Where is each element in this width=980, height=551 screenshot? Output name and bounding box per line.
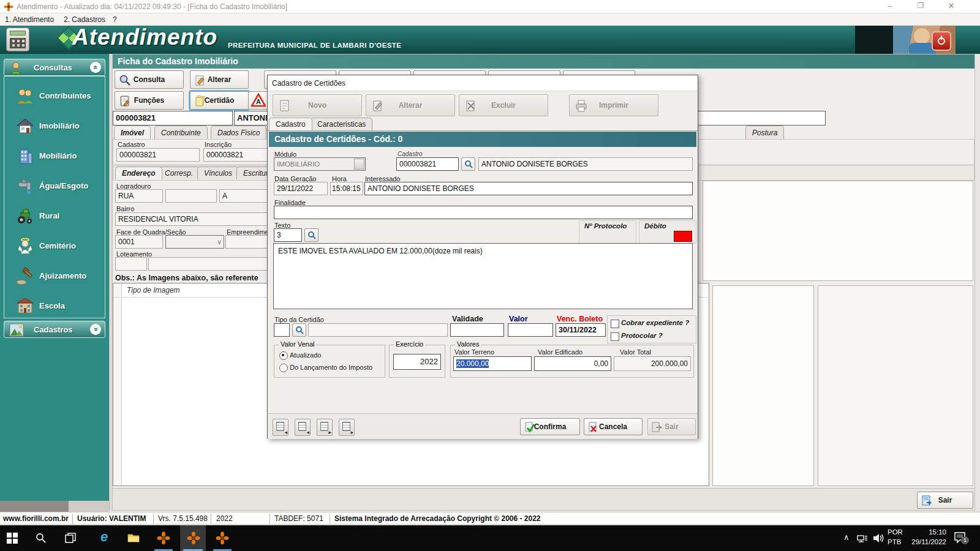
cadastro-field[interactable]: 000003821 xyxy=(116,148,200,162)
exercicio-field[interactable]: 2022 xyxy=(393,354,441,370)
sidebar-item-agua-esgoto[interactable]: Água/Esgoto xyxy=(6,173,103,200)
tab-contribuinte[interactable]: Contribuinte xyxy=(154,126,208,139)
consulta-button[interactable]: Consulta xyxy=(115,70,184,89)
nav-first-button[interactable]: ◂ xyxy=(273,419,288,436)
valor-terreno-field[interactable]: 20.000,00 xyxy=(453,356,532,371)
close-button[interactable]: ✕ xyxy=(942,1,960,10)
sidebar-item-imobiliario[interactable]: Imobiliário xyxy=(6,113,103,140)
subtab-vinculos[interactable]: Vínculos xyxy=(197,167,239,179)
cobrar-expediente-checkbox[interactable] xyxy=(611,320,619,328)
modulo-combo-button[interactable] xyxy=(354,159,364,170)
task-view-icon[interactable] xyxy=(63,531,78,545)
validade-field[interactable] xyxy=(450,323,504,337)
hora-field[interactable]: 15:08:15 xyxy=(330,182,363,195)
sidebar-item-contribuintes[interactable]: Contribuintes xyxy=(6,83,103,110)
secao-combo[interactable]: ∨ xyxy=(165,235,224,249)
cadastro-search-button[interactable] xyxy=(461,157,475,171)
start-button[interactable] xyxy=(5,531,20,545)
dialog-titlebar[interactable]: Cadastro de Certidões xyxy=(268,75,698,91)
tractor-icon xyxy=(16,207,34,225)
certidao-button[interactable]: Certidão xyxy=(190,91,249,110)
confirma-button[interactable]: Confirma xyxy=(520,418,580,435)
fiorilli-app-icon-3[interactable] xyxy=(215,531,230,545)
tab-imovel[interactable]: Imóvel xyxy=(114,126,151,139)
menu-help[interactable]: ? xyxy=(113,15,117,24)
internet-explorer-icon[interactable]: e xyxy=(97,530,111,544)
chevron-down-icon[interactable]: « xyxy=(90,324,101,335)
logradouro-tipo-field[interactable]: RUA xyxy=(115,189,163,203)
taskbar-search-icon[interactable] xyxy=(34,531,48,545)
chevron-down-icon[interactable]: ∨ xyxy=(217,237,222,247)
valor-field[interactable] xyxy=(508,323,553,337)
lancamento-radio[interactable] xyxy=(279,364,288,372)
texto-codigo-field[interactable]: 3 xyxy=(274,228,302,242)
tipo-certidao-code-field[interactable] xyxy=(274,323,290,337)
subtab-endereco[interactable]: Endereço xyxy=(115,167,162,179)
consultas-icon xyxy=(9,61,24,75)
sidebar-item-escola[interactable]: Escola xyxy=(6,293,103,320)
restore-button[interactable]: ❐ xyxy=(911,1,930,10)
tray-chevron-icon[interactable]: ∧ xyxy=(843,533,850,542)
sair-button[interactable]: Sair xyxy=(917,492,973,509)
face-quadra-field[interactable]: 0001 xyxy=(115,235,163,249)
tab-postura[interactable]: Postura xyxy=(745,126,784,139)
certidao-text-area[interactable]: ESTE IMOVEL ESTA AVALIADO EM 12.000,00(d… xyxy=(273,243,693,309)
clock-date[interactable]: 29/11/2022 xyxy=(903,538,946,545)
valor-edificado-field[interactable]: 0,00 xyxy=(534,356,611,371)
protocolar-checkbox[interactable] xyxy=(611,332,619,341)
sidebar-item-rural[interactable]: Rural xyxy=(6,203,103,230)
tab-label: Dados Fisico xyxy=(217,129,260,137)
dialog-sair-button[interactable]: Sair xyxy=(647,418,696,435)
minimize-button[interactable]: – xyxy=(881,1,899,10)
nav-next-button[interactable]: ▸ xyxy=(317,419,333,436)
subtab-corresp[interactable]: Corresp. xyxy=(158,167,200,179)
power-button[interactable] xyxy=(932,31,951,51)
loteamento-code-field[interactable] xyxy=(115,257,147,271)
sidebar-group-cadastros[interactable]: Cadastros « xyxy=(4,321,105,338)
network-icon[interactable] xyxy=(856,532,869,544)
menu-cadastros[interactable]: 2. Cadastros xyxy=(64,15,105,24)
tipo-search-button[interactable] xyxy=(292,323,306,337)
dialog-tab-caracteristicas[interactable]: Caracteristicas xyxy=(311,118,372,130)
search-icon xyxy=(464,160,473,168)
sidebar-item-ajuizamento[interactable]: Ajuizamento xyxy=(6,263,103,290)
menu-atendimento[interactable]: 1. Atendimento xyxy=(5,15,54,24)
atualizado-radio[interactable] xyxy=(279,351,288,360)
tipo-certidao-desc-field[interactable] xyxy=(308,323,448,337)
modulo-combo[interactable]: IMOBILIÁRIO xyxy=(274,157,366,171)
dialog-imprimir-button[interactable]: Imprimir xyxy=(569,94,658,116)
sidebar-item-mobiliario[interactable]: Mobiliário xyxy=(6,143,103,170)
record-code-field[interactable]: 000003821 xyxy=(113,111,233,126)
speaker-icon[interactable] xyxy=(872,532,884,544)
chevron-up-icon[interactable]: « xyxy=(90,62,101,73)
tab-dados-fisicos[interactable]: Dados Fisico xyxy=(211,126,266,139)
dialog-tab-cadastro[interactable]: Cadastro xyxy=(269,118,312,130)
funcoes-button[interactable]: Funções xyxy=(115,91,184,110)
keyboard-lang-line2[interactable]: PTB xyxy=(888,538,901,545)
image-type-column-header[interactable]: Tipo de Imagem xyxy=(127,286,180,294)
texto-search-button[interactable] xyxy=(304,228,318,242)
nav-last-button[interactable]: ▸ xyxy=(339,419,355,436)
alterar-button[interactable]: Alterar xyxy=(190,70,249,89)
dialog-novo-button[interactable]: Novo xyxy=(273,94,362,116)
fiorilli-app-icon-2[interactable] xyxy=(186,531,201,545)
arrow-left-icon: ◂ xyxy=(284,430,287,435)
venc-boleto-field[interactable]: 30/11/2022 xyxy=(556,323,606,337)
sidebar-group-consultas[interactable]: Consultas « xyxy=(4,59,105,76)
tab-label: Caracteristicas xyxy=(317,120,366,129)
file-explorer-icon[interactable] xyxy=(126,531,141,545)
data-geracao-field[interactable]: 29/11/2022 xyxy=(274,182,328,195)
keyboard-lang-line1[interactable]: POR xyxy=(888,528,903,536)
notification-center-icon[interactable]: 1 xyxy=(954,531,967,544)
dialog-cadastro-field[interactable]: 000003821 xyxy=(396,157,459,171)
clock-time[interactable]: 15:10 xyxy=(903,528,946,536)
interessado-field[interactable]: ANTONIO DONISETE BORGES xyxy=(364,182,693,195)
nav-prev-button[interactable]: ◂ xyxy=(295,419,311,436)
finalidade-field[interactable] xyxy=(274,206,693,219)
cancela-button[interactable]: Cancela xyxy=(584,418,643,435)
dialog-alterar-button[interactable]: Alterar xyxy=(366,94,455,116)
fiorilli-app-icon-1[interactable] xyxy=(156,531,171,545)
sidebar-item-cemiterio[interactable]: Cemitério xyxy=(6,233,103,260)
logradouro-meio-field[interactable] xyxy=(165,189,217,203)
dialog-excluir-button[interactable]: Excluir xyxy=(459,94,548,116)
